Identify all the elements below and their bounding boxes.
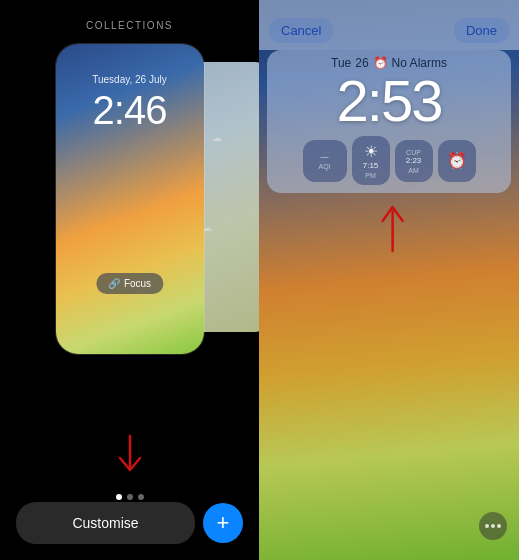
- ios-top-bar: Cancel Done: [259, 0, 519, 50]
- dot-1: [116, 494, 122, 500]
- dot-2: [127, 494, 133, 500]
- phone-date: Tuesday, 26 July: [56, 74, 204, 85]
- right-panel: Cancel Done Tue 26 ⏰ No Alarms 2:53 — AQ…: [259, 0, 519, 560]
- more-options-button[interactable]: [479, 512, 507, 540]
- dot-c: [497, 524, 501, 528]
- aqi-dash: —: [321, 152, 329, 161]
- cup-label: CUP: [406, 149, 421, 156]
- cancel-button[interactable]: Cancel: [269, 18, 333, 43]
- collections-label: COLLECTIONS: [86, 20, 173, 31]
- time-ampm: PM: [365, 172, 376, 179]
- customise-button[interactable]: Customise: [16, 502, 195, 544]
- lock-screen-time: 2:53: [277, 72, 501, 130]
- left-panel: COLLECTIONS ☁ ☁ ☁ ☁ Tuesday, 26 July 2:4…: [0, 0, 259, 560]
- done-button[interactable]: Done: [454, 18, 509, 43]
- dot-a: [485, 524, 489, 528]
- aqi-widget[interactable]: — AQI: [303, 140, 347, 182]
- page-dots: [116, 494, 144, 500]
- alarm-widget[interactable]: ⏰: [438, 140, 476, 182]
- dot-b: [491, 524, 495, 528]
- main-phone: Tuesday, 26 July 2:46 🔗 Focus: [56, 44, 204, 354]
- phone-time: 2:46: [56, 88, 204, 133]
- alarm-clock-icon: ⏰: [447, 151, 467, 170]
- main-phone-bg: Tuesday, 26 July 2:46 🔗 Focus: [56, 44, 204, 354]
- time-value: 7:15: [363, 161, 379, 170]
- aqi-label: AQI: [318, 163, 330, 170]
- red-arrow-indicator: [375, 195, 411, 259]
- time-widget[interactable]: ☀ 7:15 PM: [352, 136, 390, 185]
- cup-widget[interactable]: CUP 2:23 AM: [395, 140, 433, 182]
- add-button[interactable]: +: [203, 503, 243, 543]
- bottom-controls: Customise +: [0, 502, 259, 544]
- link-icon: 🔗: [108, 278, 120, 289]
- focus-button[interactable]: 🔗 Focus: [96, 273, 163, 294]
- cup-time: 2:23: [406, 156, 422, 165]
- cup-ampm: AM: [408, 167, 419, 174]
- widget-row: — AQI ☀ 7:15 PM CUP 2:23 AM ⏰: [277, 136, 501, 185]
- dot-3: [138, 494, 144, 500]
- time-sun-icon: ☀: [364, 142, 378, 161]
- arrow-down-indicator: [112, 432, 148, 484]
- lock-info-panel: Tue 26 ⏰ No Alarms 2:53 — AQI ☀ 7:15 PM …: [267, 50, 511, 193]
- three-dots-icon: [485, 524, 501, 528]
- phone-screens-container: ☁ ☁ ☁ ☁ Tuesday, 26 July 2:46 🔗 Focus: [56, 44, 204, 354]
- cloud-icon-2: ☁: [212, 132, 222, 143]
- focus-label: Focus: [124, 278, 151, 289]
